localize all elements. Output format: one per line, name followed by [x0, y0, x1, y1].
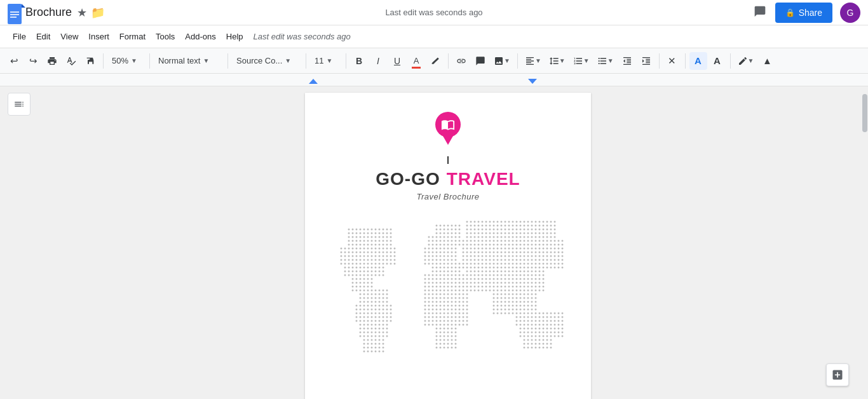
text-style-dropdown[interactable]: Normal text ▼	[154, 53, 224, 68]
svg-rect-2	[10, 11, 19, 13]
separator-5	[346, 53, 346, 69]
toolbar: ↩ ↪ 50% ▼ Normal text ▼ Source Co... ▼ 1…	[0, 48, 868, 74]
title-bar: Brochure ★ 📁 Last edit was seconds ago 🔒…	[0, 0, 868, 25]
pin-book-icon	[441, 118, 455, 132]
editing-mode-button[interactable]: ▼	[735, 52, 757, 70]
numlist-chevron: ▼	[583, 57, 590, 64]
menu-add-ons[interactable]: Add-ons	[180, 29, 220, 44]
scrollbar-track	[862, 86, 868, 399]
text-color-button[interactable]: A	[407, 52, 425, 70]
ruler	[0, 74, 868, 86]
outline-toggle-button[interactable]	[8, 93, 31, 116]
folder-icon[interactable]: 📁	[91, 6, 105, 20]
spacing-chevron: ▼	[559, 57, 566, 64]
world-map	[315, 214, 581, 367]
separator-7	[517, 53, 518, 69]
align-button[interactable]: ▼	[522, 52, 545, 70]
bold-button[interactable]: B	[350, 52, 368, 70]
expand-button[interactable]: ▲	[758, 52, 776, 70]
clear-format-button[interactable]: ✕	[663, 52, 681, 70]
logo-area	[434, 112, 462, 164]
document-page: GO-GO TRAVEL Travel Brochure	[305, 93, 591, 399]
separator-1	[103, 53, 104, 69]
left-margin	[0, 86, 38, 399]
svg-rect-3	[10, 14, 19, 15]
page-style-a-button[interactable]: A	[689, 52, 707, 70]
menu-view[interactable]: View	[55, 29, 83, 44]
bulletlist-chevron: ▼	[607, 57, 614, 64]
image-button[interactable]: ▼	[491, 52, 513, 70]
decrease-indent-button[interactable]	[618, 52, 636, 70]
last-edit-status: Last edit was seconds ago	[385, 8, 482, 17]
cursor-line	[447, 156, 449, 164]
page-style-a2-button[interactable]: A	[709, 52, 726, 70]
document-scroll-area[interactable]: GO-GO TRAVEL Travel Brochure	[38, 86, 858, 399]
align-chevron: ▼	[535, 57, 541, 64]
logo-pin	[434, 112, 462, 145]
right-scrollbar[interactable]	[858, 86, 868, 399]
separator-2	[149, 53, 150, 69]
title-go-go: GO-GO	[376, 169, 440, 189]
last-edit-inline: Last edit was seconds ago	[254, 32, 351, 41]
app-icon	[8, 1, 25, 24]
paint-format-button[interactable]	[81, 52, 99, 70]
menu-edit[interactable]: Edit	[31, 29, 55, 44]
separator-3	[227, 53, 228, 69]
comment-insert-button[interactable]	[471, 52, 489, 70]
pin-bottom	[443, 136, 453, 145]
user-avatar[interactable]: G	[840, 3, 860, 23]
menu-help[interactable]: Help	[221, 29, 248, 44]
document-title[interactable]: Brochure	[25, 6, 72, 19]
lock-icon: 🔒	[785, 8, 795, 17]
numbered-list-button[interactable]: ▼	[570, 52, 593, 70]
travel-title: GO-GO TRAVEL	[376, 169, 520, 189]
undo-button[interactable]: ↩	[5, 52, 23, 70]
menu-file[interactable]: File	[8, 29, 31, 44]
size-chevron: ▼	[326, 57, 332, 64]
redo-button[interactable]: ↪	[24, 52, 42, 70]
map-canvas	[315, 214, 581, 367]
subtitle: Travel Brochure	[416, 192, 479, 201]
svg-marker-1	[22, 4, 25, 8]
star-icon[interactable]: ★	[77, 6, 87, 20]
comment-button[interactable]	[750, 1, 770, 24]
title-travel: TRAVEL	[447, 169, 520, 189]
font-chevron: ▼	[285, 57, 291, 64]
separator-9	[685, 53, 686, 69]
font-size-dropdown[interactable]: 11 ▼	[310, 53, 342, 68]
menu-format[interactable]: Format	[114, 29, 151, 44]
increase-indent-button[interactable]	[637, 52, 655, 70]
spellcheck-button[interactable]	[62, 52, 80, 70]
separator-4	[306, 53, 306, 69]
svg-rect-4	[10, 17, 17, 18]
link-button[interactable]	[452, 52, 470, 70]
zoom-dropdown[interactable]: 50% ▼	[107, 53, 146, 68]
separator-6	[448, 53, 449, 69]
pin-circle	[435, 112, 461, 137]
image-chevron: ▼	[504, 57, 510, 64]
share-button[interactable]: 🔒 Share	[775, 3, 832, 23]
underline-button[interactable]: U	[388, 52, 406, 70]
bullet-list-button[interactable]: ▼	[594, 52, 617, 70]
main-content: GO-GO TRAVEL Travel Brochure	[0, 86, 868, 399]
separator-10	[730, 53, 731, 69]
line-spacing-button[interactable]: ▼	[546, 52, 569, 70]
font-dropdown[interactable]: Source Co... ▼	[232, 53, 302, 68]
quick-add-button[interactable]	[826, 363, 849, 386]
menu-insert[interactable]: Insert	[83, 29, 114, 44]
separator-8	[659, 53, 660, 69]
highlight-button[interactable]	[426, 52, 444, 70]
zoom-chevron: ▼	[131, 57, 137, 64]
italic-button[interactable]: I	[369, 52, 387, 70]
menu-bar: File Edit View Insert Format Tools Add-o…	[0, 25, 868, 48]
style-chevron: ▼	[203, 57, 209, 64]
menu-tools[interactable]: Tools	[151, 29, 180, 44]
print-button[interactable]	[43, 52, 61, 70]
scrollbar-thumb[interactable]	[862, 94, 867, 132]
